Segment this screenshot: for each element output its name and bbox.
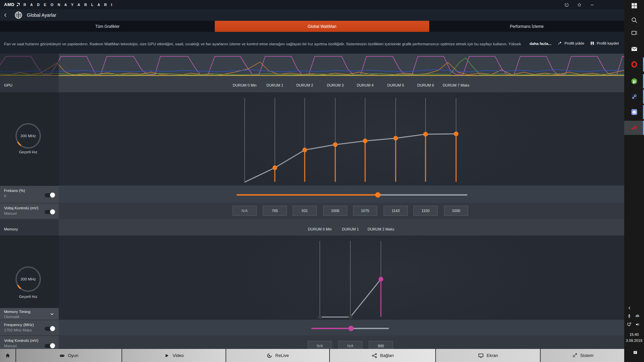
mail-taskbar-button[interactable] <box>624 42 644 56</box>
taskview-taskbar-button[interactable] <box>624 26 644 40</box>
state-point[interactable] <box>393 136 398 141</box>
gpu-voltage-label: Voltaj Kontrolü (mV) <box>4 206 38 210</box>
nav-item-ekran[interactable]: Ekran <box>435 349 540 362</box>
onedrive-icon <box>635 314 640 319</box>
tab-global-wattman[interactable]: Global WattMan <box>215 21 429 32</box>
state-point[interactable] <box>379 277 383 281</box>
state-label: DURUM 2 <box>296 83 313 87</box>
state-point[interactable] <box>454 132 458 136</box>
voltage-input[interactable]: N/A <box>338 341 362 349</box>
memory-gauge-caption: Geçerli Hız <box>19 295 37 299</box>
mail-icon <box>631 45 638 53</box>
memory-frequency-toggle[interactable] <box>45 327 55 331</box>
search-taskbar-button[interactable] <box>624 13 644 27</box>
tab-label: Global WattMan <box>308 24 337 29</box>
tab-performans-i-zleme[interactable]: Performans İzleme <box>429 21 624 32</box>
voltage-input[interactable]: 1143 <box>384 206 408 216</box>
voltage-input[interactable]: 1075 <box>353 206 377 216</box>
play-icon <box>164 353 170 359</box>
utorrent-taskbar-button[interactable]: µ <box>624 74 644 88</box>
voltage-input[interactable]: 931 <box>293 206 317 216</box>
voltage-input[interactable]: 1150 <box>413 206 438 216</box>
nav-home-button[interactable] <box>0 349 15 362</box>
clock-time: 15:40 <box>624 332 644 337</box>
load-profile-button[interactable]: Profili yükle <box>558 41 584 46</box>
memory-section-label: Memory <box>4 227 18 231</box>
steam-icon <box>631 93 638 100</box>
memory-frequency-slider-fill <box>311 328 351 329</box>
opera-taskbar-button[interactable] <box>624 57 644 71</box>
share-icon <box>371 353 378 359</box>
state-point[interactable] <box>302 148 307 152</box>
volume-icon <box>635 322 640 327</box>
state-point[interactable] <box>333 142 338 147</box>
favorite-button[interactable] <box>575 1 583 9</box>
state-end-dot <box>318 315 322 319</box>
memory-frequency-slider-thumb[interactable] <box>348 326 354 331</box>
voltage-input[interactable]: 765 <box>263 206 287 216</box>
nav-label: Oyun <box>68 353 78 358</box>
voltage-input[interactable]: N/A <box>233 206 257 216</box>
opera-icon <box>631 61 638 68</box>
state-label: DURUM 5 <box>387 83 404 87</box>
home-icon <box>5 353 11 359</box>
memory-timing-label: Memory Timing <box>4 310 31 314</box>
memory-frequency-row: Frequency (MHz) 1750 MHz Maks <box>0 320 59 335</box>
gpu-frequency-slider-thumb[interactable] <box>375 192 381 198</box>
notification-tray-button[interactable] <box>633 350 638 355</box>
tab-t-m-grafikler[interactable]: Tüm Grafikler <box>0 21 215 32</box>
utorrent-icon: µ <box>631 77 638 85</box>
taskview-icon <box>631 29 638 37</box>
steam-taskbar-button[interactable] <box>624 90 644 104</box>
memory-timing-value: Otomatik <box>4 315 19 319</box>
minimize-button[interactable] <box>588 1 596 9</box>
radeon-taskbar-button[interactable] <box>624 121 644 135</box>
nav-item-oyun[interactable]: Oyun <box>15 349 121 362</box>
memory-curve-svg[interactable] <box>0 236 624 320</box>
minimize-icon <box>590 2 595 7</box>
back-button[interactable] <box>0 9 11 21</box>
voltage-input[interactable]: 900 <box>369 341 393 349</box>
network-tray-button[interactable] <box>627 322 632 327</box>
tray-expand-tray-button[interactable] <box>627 306 632 311</box>
update-button[interactable] <box>562 1 571 9</box>
gpu-frequency-toggle[interactable] <box>45 193 55 197</box>
voltage-input[interactable]: N/A <box>308 341 332 349</box>
nav-item-ba-lan[interactable]: Bağlan <box>329 349 435 362</box>
start-taskbar-button[interactable] <box>624 0 644 13</box>
nav-item-video[interactable]: Video <box>121 349 226 362</box>
gpu-frequency-slider-fill <box>237 194 378 196</box>
state-point[interactable] <box>363 139 367 143</box>
nav-label: Sistem <box>580 353 594 358</box>
save-profile-button[interactable]: Profili kaydet <box>590 41 619 46</box>
state-label: DURUM 6 <box>417 83 434 87</box>
monitor-series-temperature <box>0 69 624 72</box>
mic-tray-button[interactable] <box>627 314 632 319</box>
volume-tray-button[interactable] <box>635 322 640 327</box>
gpu-voltage-toggle[interactable] <box>45 210 55 214</box>
gpu-frequency-label: Frekans (%) <box>4 189 25 193</box>
relive-icon <box>266 353 273 359</box>
nav-label: Video <box>172 353 184 358</box>
nav-item-sistem[interactable]: Sistem <box>540 349 624 362</box>
gpu-curve-svg[interactable] <box>0 92 624 186</box>
onedrive-tray-button[interactable] <box>635 314 640 319</box>
voltage-input[interactable]: 1006 <box>323 206 347 216</box>
update-icon <box>564 2 569 7</box>
gpu-frequency-value: 0 <box>4 194 6 198</box>
monitor-series-fan <box>0 56 624 74</box>
discord-taskbar-button[interactable] <box>624 105 644 119</box>
more-link[interactable]: daha fazla... <box>530 42 551 46</box>
state-label: DURUM 1 <box>342 227 359 231</box>
state-point[interactable] <box>423 132 428 137</box>
state-point[interactable] <box>273 165 277 170</box>
titlebar: AMD R A D E O N A Y A R L A R I <box>0 0 624 9</box>
system-icon <box>572 353 578 359</box>
globe-icon <box>14 11 23 19</box>
bottom-navbar: OyunVideoReLiveBağlanEkranSistem <box>0 349 624 362</box>
nav-item-relive[interactable]: ReLive <box>226 349 329 362</box>
load-profile-icon <box>558 41 562 46</box>
memory-timing-row[interactable]: Memory Timing Otomatik <box>0 308 59 320</box>
gpu-voltage-row: Voltaj Kontrolü (mV) Manuel <box>0 203 59 219</box>
voltage-input[interactable]: 1000 <box>444 206 468 216</box>
